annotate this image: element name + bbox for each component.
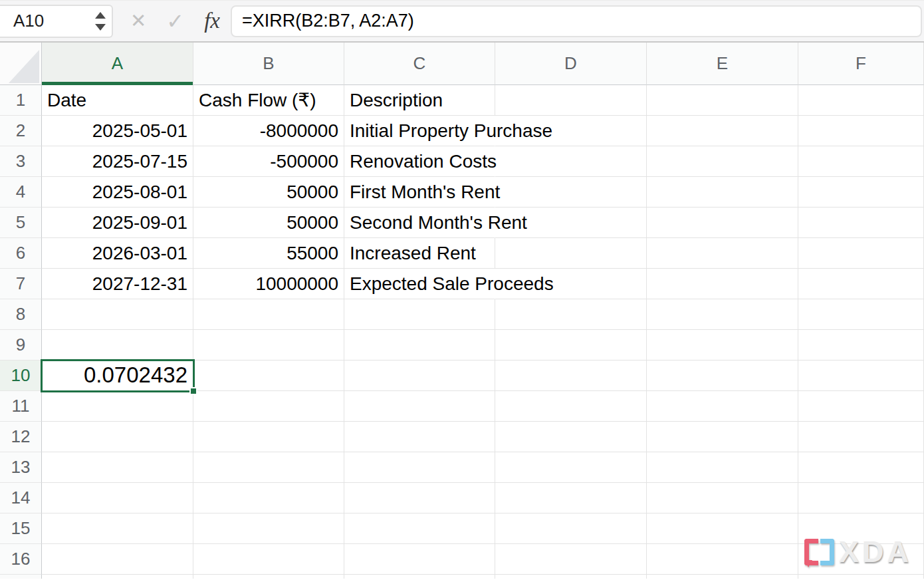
cell-D3[interactable] [495, 146, 647, 177]
cell-B17[interactable] [193, 575, 344, 579]
cell-B16[interactable] [193, 544, 344, 575]
cell-B5[interactable]: 50000 [193, 208, 344, 238]
row-header-1[interactable]: 1 [0, 85, 42, 116]
cell-F5[interactable] [798, 208, 924, 238]
row-header-17[interactable] [0, 575, 42, 579]
cell-C14[interactable] [344, 483, 495, 513]
cell-F7[interactable] [798, 269, 924, 299]
cell-A16[interactable] [42, 544, 193, 575]
confirm-icon[interactable]: ✓ [166, 11, 184, 32]
cell-E15[interactable] [647, 513, 798, 544]
cell-F10[interactable] [798, 361, 924, 391]
cell-A13[interactable] [42, 452, 193, 483]
cell-E11[interactable] [647, 391, 798, 422]
row-header-15[interactable]: 15 [0, 513, 42, 544]
cell-D11[interactable] [495, 391, 647, 422]
cell-A9[interactable] [42, 330, 193, 361]
cell-A8[interactable] [42, 299, 193, 330]
cell-F8[interactable] [798, 299, 924, 330]
cell-C11[interactable] [344, 391, 495, 422]
cell-D10[interactable] [495, 361, 647, 391]
cell-F11[interactable] [798, 391, 924, 422]
cell-E1[interactable] [647, 85, 798, 116]
cell-B14[interactable] [193, 483, 344, 513]
cell-F3[interactable] [798, 146, 924, 177]
cell-D9[interactable] [495, 330, 647, 361]
cell-A15[interactable] [42, 513, 193, 544]
cell-D13[interactable] [495, 452, 647, 483]
cell-D8[interactable] [495, 299, 647, 330]
row-header-12[interactable]: 12 [0, 422, 42, 452]
row-header-16[interactable]: 16 [0, 544, 42, 575]
cell-C15[interactable] [344, 513, 495, 544]
cell-C1[interactable]: Description [344, 85, 495, 116]
cell-D12[interactable] [495, 422, 647, 452]
cell-E7[interactable] [647, 269, 798, 299]
cell-F6[interactable] [798, 238, 924, 269]
cell-E13[interactable] [647, 452, 798, 483]
cell-D6[interactable] [495, 238, 647, 269]
row-header-4[interactable]: 4 [0, 177, 42, 208]
cell-A6[interactable]: 2026-03-01 [42, 238, 193, 269]
cell-E16[interactable] [647, 544, 798, 575]
spinner-up-icon[interactable] [95, 12, 106, 19]
cell-A14[interactable] [42, 483, 193, 513]
cell-B6[interactable]: 55000 [193, 238, 344, 269]
cell-C17[interactable] [344, 575, 495, 579]
row-header-7[interactable]: 7 [0, 269, 42, 299]
cell-E9[interactable] [647, 330, 798, 361]
cell-E5[interactable] [647, 208, 798, 238]
cell-B12[interactable] [193, 422, 344, 452]
row-header-5[interactable]: 5 [0, 208, 42, 238]
cell-C8[interactable] [344, 299, 495, 330]
cell-D2[interactable] [495, 116, 647, 146]
row-header-2[interactable]: 2 [0, 116, 42, 146]
cell-B1[interactable]: Cash Flow (₹) [193, 85, 344, 116]
column-header-B[interactable]: B [193, 43, 344, 85]
cell-F4[interactable] [798, 177, 924, 208]
cell-B9[interactable] [193, 330, 344, 361]
column-header-D[interactable]: D [495, 43, 647, 85]
cell-E2[interactable] [647, 116, 798, 146]
row-header-10[interactable]: 10 [0, 361, 42, 391]
fill-handle[interactable] [189, 387, 197, 395]
cell-C10[interactable] [344, 361, 495, 391]
cell-C4[interactable]: First Month's Rent [344, 177, 495, 208]
cell-C6[interactable]: Increased Rent [344, 238, 495, 269]
cell-E6[interactable] [647, 238, 798, 269]
cell-B10[interactable] [193, 361, 344, 391]
insert-function-icon[interactable]: fx [204, 10, 220, 32]
cell-C9[interactable] [344, 330, 495, 361]
cell-C7[interactable]: Expected Sale Proceeds [344, 269, 495, 299]
cell-A7[interactable]: 2027-12-31 [42, 269, 193, 299]
formula-input[interactable]: =XIRR(B2:B7, A2:A7) [231, 5, 922, 37]
cell-B4[interactable]: 50000 [193, 177, 344, 208]
cell-E14[interactable] [647, 483, 798, 513]
cell-A5[interactable]: 2025-09-01 [42, 208, 193, 238]
cell-A10[interactable]: 0.0702432 [42, 361, 193, 391]
cell-E8[interactable] [647, 299, 798, 330]
cell-D5[interactable] [495, 208, 647, 238]
cell-C5[interactable]: Second Month's Rent [344, 208, 495, 238]
cell-D17[interactable] [495, 575, 647, 579]
row-header-9[interactable]: 9 [0, 330, 42, 361]
cell-B3[interactable]: -500000 [193, 146, 344, 177]
cell-D15[interactable] [495, 513, 647, 544]
row-header-14[interactable]: 14 [0, 483, 42, 513]
cell-A1[interactable]: Date [42, 85, 193, 116]
column-header-E[interactable]: E [647, 43, 798, 85]
cell-A11[interactable] [42, 391, 193, 422]
cell-B8[interactable] [193, 299, 344, 330]
select-all-corner[interactable] [0, 43, 42, 85]
row-header-11[interactable]: 11 [0, 391, 42, 422]
cell-D1[interactable] [495, 85, 647, 116]
name-box[interactable]: A10 [0, 5, 113, 38]
column-header-A[interactable]: A [42, 43, 193, 85]
cell-A4[interactable]: 2025-08-01 [42, 177, 193, 208]
cell-C3[interactable]: Renovation Costs [344, 146, 495, 177]
cell-C13[interactable] [344, 452, 495, 483]
cell-D4[interactable] [495, 177, 647, 208]
cell-E12[interactable] [647, 422, 798, 452]
row-header-3[interactable]: 3 [0, 146, 42, 177]
cancel-icon[interactable]: ✕ [130, 11, 146, 31]
